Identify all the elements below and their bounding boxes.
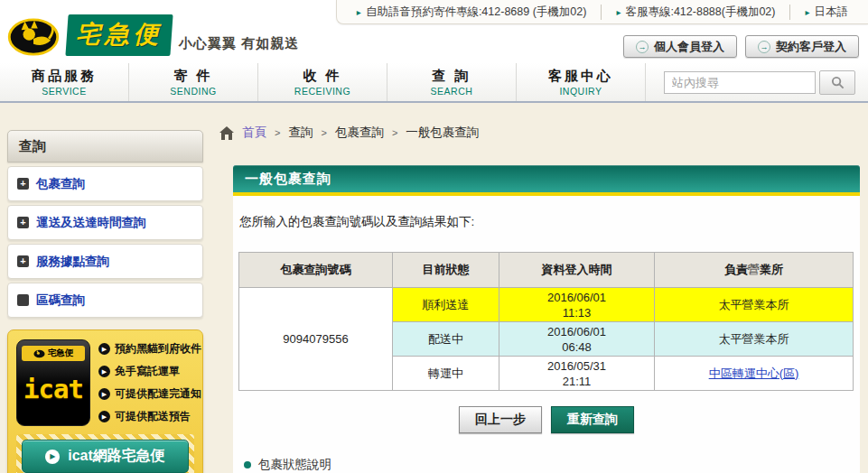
breadcrumb-separator: > bbox=[275, 127, 280, 138]
language-label: 日本語 bbox=[815, 5, 849, 20]
go-arrow-icon: → bbox=[758, 41, 770, 53]
sidebar-item-parcel-search[interactable]: + 包裹查詢 bbox=[7, 166, 203, 201]
breadcrumb-parcel-search-link[interactable]: 包裹查詢 bbox=[335, 125, 384, 141]
nav-label-cn: 客服中心 bbox=[517, 68, 645, 85]
plus-square-icon: + bbox=[17, 255, 29, 267]
icat-feature-label: 預約黑貓到府收件 bbox=[115, 341, 201, 357]
go-arrow-icon: → bbox=[636, 41, 649, 53]
entry-time: 21:11 bbox=[499, 374, 654, 389]
cat-icon bbox=[33, 349, 45, 358]
action-button-row: 回上一步 重新查詢 bbox=[233, 406, 860, 433]
nav-label-cn: 收 件 bbox=[258, 68, 387, 85]
transfer-center-link[interactable]: 中區轉運中心(區) bbox=[709, 366, 799, 380]
content-area: 查詢 + 包裹查詢 + 運送及送達時間查詢 + 服務據點查詢 + 區碼查詢 bbox=[0, 103, 868, 473]
icat-feature-label: 免手寫託運單 bbox=[115, 364, 180, 379]
home-icon[interactable] bbox=[219, 126, 234, 140]
sidebar-item-label: 包裹查詢 bbox=[36, 176, 85, 192]
site-search-input[interactable] bbox=[664, 71, 816, 94]
hotline-label: 客服專線:412-8888(手機加02) bbox=[625, 5, 775, 20]
play-bullet-icon: ▶ bbox=[98, 343, 110, 355]
icat-promo-banner[interactable]: 宅急便 icat ▶ 預約黑貓到府收件 ▶ 免手寫託運單 bbox=[7, 329, 203, 473]
brand-name: 宅急便 bbox=[76, 18, 163, 51]
icat-feature: ▶ 可提供配送預告 bbox=[98, 409, 201, 424]
office-cell: 太平營業本所 bbox=[655, 288, 854, 322]
play-circle-icon: ▶ bbox=[45, 450, 60, 464]
office-cell: 中區轉運中心(區) bbox=[655, 357, 854, 391]
breadcrumb-search-link[interactable]: 查詢 bbox=[288, 125, 313, 141]
sidebar-item-zone-code-search[interactable]: + 區碼查詢 bbox=[7, 283, 203, 318]
site-search bbox=[664, 63, 868, 101]
sidebar: 查詢 + 包裹查詢 + 運送及送達時間查詢 + 服務據點查詢 + 區碼查詢 bbox=[7, 130, 203, 473]
page-title: 一般包裹查詢 bbox=[233, 165, 860, 196]
brand-tagline: 小心翼翼 有如親送 bbox=[179, 35, 299, 56]
plus-square-icon: + bbox=[17, 178, 29, 190]
status-notes: 包裹狀態說明 1. 若對於包裹狀態說明不清楚，可參閱貨態定義一覽表。 bbox=[244, 457, 860, 473]
arrow-bullet-icon: ▸ bbox=[357, 7, 361, 17]
status-cell: 轉運中 bbox=[393, 357, 499, 391]
nav-label-en: INQUIRY bbox=[517, 86, 645, 97]
icat-feature-label: 可提供配送預告 bbox=[115, 409, 191, 424]
nav-item-inquiry[interactable]: 客服中心 INQUIRY bbox=[517, 63, 646, 101]
icat-feature: ▶ 免手寫託運單 bbox=[98, 364, 201, 379]
table-row: 9094079556 順利送達 2016/06/01 11:13 太平營業本所 bbox=[239, 288, 854, 322]
japanese-language-link[interactable]: ▸ 日本語 bbox=[789, 5, 863, 20]
play-bullet-icon: ▶ bbox=[98, 388, 110, 400]
icat-feature: ▶ 預約黑貓到府收件 bbox=[98, 341, 201, 357]
icat-feature: ▶ 可提供配達完通知 bbox=[98, 386, 201, 402]
result-intro-text: 您所輸入的包裹查詢號碼以及查詢結果如下: bbox=[239, 214, 860, 230]
personal-member-login-button[interactable]: → 個人會員登入 bbox=[623, 35, 737, 58]
arrow-bullet-icon: ▸ bbox=[805, 7, 809, 17]
entry-date: 2016/05/31 bbox=[499, 358, 654, 374]
login-label: 個人會員登入 bbox=[654, 39, 724, 55]
sidebar-item-label: 區碼查詢 bbox=[36, 292, 85, 309]
icat-feature-list: ▶ 預約黑貓到府收件 ▶ 免手寫託運單 ▶ 可提供配達完通知 ▶ bbox=[98, 339, 201, 426]
icat-web-takkyubin-button[interactable]: ▶ icat網路宅急便 bbox=[22, 440, 189, 473]
page: 宅急便 小心翼翼 有如親送 ▸ 自助語音預約寄件專線:412-8689 (手機加… bbox=[0, 0, 868, 473]
icat-wordmark: icat bbox=[23, 374, 83, 404]
requery-button[interactable]: 重新查詢 bbox=[551, 406, 634, 433]
col-header-status: 目前狀態 bbox=[393, 253, 499, 288]
sidebar-item-label: 運送及送達時間查詢 bbox=[36, 215, 146, 231]
nav-item-service[interactable]: 商品服務 SERVICE bbox=[0, 63, 129, 101]
icat-feature-label: 可提供配達完通知 bbox=[115, 386, 201, 402]
back-button[interactable]: 回上一步 bbox=[459, 406, 542, 433]
sidebar-item-delivery-time-search[interactable]: + 運送及送達時間查詢 bbox=[7, 205, 203, 240]
top-utility-strip: ▸ 自助語音預約寄件專線:412-8689 (手機加02) ▸ 客服專線:412… bbox=[336, 0, 868, 24]
nav-item-sending[interactable]: 寄 件 SENDING bbox=[129, 63, 258, 101]
login-button-group: → 個人會員登入 → 契約客戶登入 bbox=[623, 35, 859, 58]
col-header-entry-time: 資料登入時間 bbox=[499, 253, 655, 288]
main-navbar: 商品服務 SERVICE 寄 件 SENDING 收 件 RECEIVING 查… bbox=[0, 63, 868, 103]
entry-date: 2016/06/01 bbox=[499, 290, 654, 305]
magnifier-icon bbox=[831, 76, 845, 89]
icat-band-label: 宅急便 bbox=[48, 348, 74, 359]
icat-logo-band: 宅急便 bbox=[22, 346, 85, 361]
status-cell: 順利送達 bbox=[393, 288, 499, 322]
breadcrumb-separator: > bbox=[392, 127, 397, 138]
brand-wordmark: 宅急便 bbox=[65, 14, 173, 56]
brand-logo[interactable]: 宅急便 小心翼翼 有如親送 bbox=[7, 14, 299, 56]
sidebar-item-service-location-search[interactable]: + 服務據點查詢 bbox=[7, 244, 203, 279]
entry-time-cell: 2016/06/01 06:48 bbox=[499, 322, 655, 357]
icat-button-frame: ▶ icat網路宅急便 bbox=[16, 434, 194, 473]
breadcrumb-separator: > bbox=[321, 127, 326, 138]
site-search-button[interactable] bbox=[819, 70, 855, 95]
nav-label-cn: 寄 件 bbox=[129, 68, 257, 85]
nav-item-receiving[interactable]: 收 件 RECEIVING bbox=[258, 63, 387, 101]
breadcrumb: 首頁 > 查詢 > 包裹查詢 > 一般包裹查詢 bbox=[219, 125, 479, 141]
top-header: 宅急便 小心翼翼 有如親送 ▸ 自助語音預約寄件專線:412-8689 (手機加… bbox=[0, 0, 868, 63]
table-header-row: 包裹查詢號碼 目前狀態 資料登入時間 負責營業所 bbox=[239, 253, 854, 288]
entry-time: 11:13 bbox=[499, 305, 654, 320]
breadcrumb-home-link[interactable]: 首頁 bbox=[242, 125, 266, 141]
hotline-label: 自助語音預約寄件專線:412-8689 (手機加02) bbox=[366, 5, 587, 20]
sidebar-item-label: 服務據點查詢 bbox=[36, 254, 109, 270]
icat-button-label: icat網路宅急便 bbox=[68, 447, 165, 466]
sidebar-title: 查詢 bbox=[7, 130, 203, 162]
nav-item-search[interactable]: 查 詢 SEARCH bbox=[387, 63, 517, 101]
arrow-bullet-icon: ▸ bbox=[616, 7, 621, 17]
entry-time-cell: 2016/05/31 21:11 bbox=[499, 357, 655, 391]
entry-date: 2016/06/01 bbox=[499, 324, 654, 339]
voice-reservation-hotline-link[interactable]: ▸ 自助語音預約寄件專線:412-8689 (手機加02) bbox=[342, 5, 602, 20]
icat-promo-top: 宅急便 icat ▶ 預約黑貓到府收件 ▶ 免手寫託運單 bbox=[16, 339, 194, 426]
contract-customer-login-button[interactable]: → 契約客戶登入 bbox=[745, 35, 859, 58]
customer-service-hotline-link[interactable]: ▸ 客服專線:412-8888(手機加02) bbox=[601, 5, 789, 20]
